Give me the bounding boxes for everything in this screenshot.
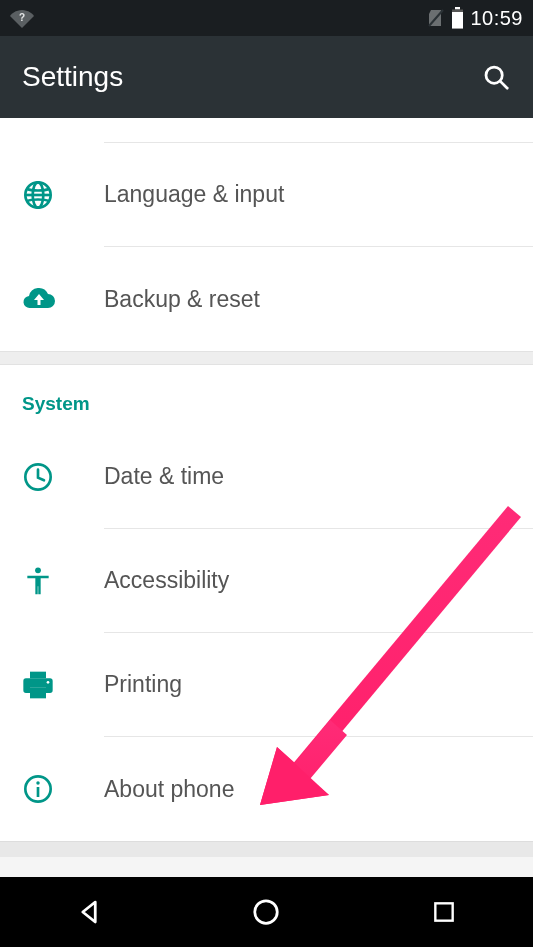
section-header: System [0,365,533,425]
nav-back[interactable] [67,890,111,934]
svg-rect-20 [435,903,452,920]
row-about-phone[interactable]: About phone [0,737,533,841]
row-printing[interactable]: Printing [0,633,533,737]
svg-point-15 [47,681,50,684]
svg-rect-14 [30,688,46,699]
globe-icon [22,179,54,211]
row-label: Printing [104,633,533,737]
accessibility-icon [22,565,54,597]
settings-section-system: System Date & time Accessibility [0,365,533,841]
svg-rect-2 [455,7,460,10]
row-language-input[interactable]: Language & input [0,143,533,247]
cloud-upload-icon [22,286,56,312]
info-icon [22,773,54,805]
search-icon[interactable] [481,62,511,92]
svg-text:?: ? [19,12,25,23]
svg-point-17 [36,781,39,784]
row-label: Date & time [104,425,533,529]
clock-icon [22,461,54,493]
bottom-spacer [0,841,533,857]
wifi-question-icon: ? [10,8,34,28]
row-label: About phone [104,737,533,841]
nav-recent[interactable] [422,890,466,934]
svg-rect-18 [37,787,40,797]
svg-rect-13 [30,672,46,679]
battery-icon [451,7,464,29]
row-label: Accessibility [104,529,533,633]
row-label: Backup & reset [104,247,533,351]
row-backup-reset[interactable]: Backup & reset [0,247,533,351]
page-title: Settings [22,61,123,93]
row-label: Language & input [104,143,533,247]
svg-line-7 [500,81,507,88]
no-sim-icon [427,8,445,28]
section-divider [0,351,533,365]
svg-point-12 [35,567,41,573]
clock: 10:59 [470,7,523,30]
row-accessibility[interactable]: Accessibility [0,529,533,633]
row-date-time[interactable]: Date & time [0,425,533,529]
settings-section-personal: Language & input Backup & reset [0,118,533,351]
printer-icon [22,670,54,700]
nav-bar [0,877,533,947]
appbar: Settings [0,36,533,118]
svg-rect-5 [452,12,463,29]
svg-point-19 [255,901,278,924]
status-bar: ? 10:59 [0,0,533,36]
nav-home[interactable] [244,890,288,934]
